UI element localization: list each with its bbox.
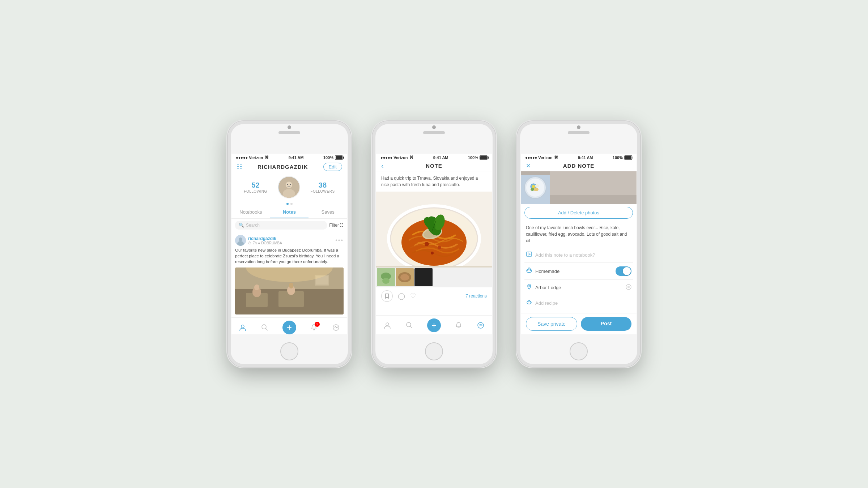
- status-left-3: ●●●●● Verizon ⌘: [525, 155, 558, 160]
- home-button-2[interactable]: [425, 342, 443, 360]
- followers-label: FOLLOWERS: [310, 189, 335, 193]
- status-right-3: 100%: [613, 155, 632, 160]
- bookmark-icon: [384, 293, 390, 299]
- nav-search-1[interactable]: [260, 323, 269, 332]
- heart-icon[interactable]: ♡: [410, 292, 416, 300]
- svg-rect-65: [527, 272, 531, 273]
- home-button-1[interactable]: [280, 342, 298, 360]
- add-notebook-row[interactable]: Add this note to a notebook?: [521, 247, 637, 262]
- nav-activity-2[interactable]: [476, 321, 485, 330]
- p2-header: ‹ NOTE: [376, 160, 492, 171]
- nav-notifications-1[interactable]: 2: [309, 323, 319, 332]
- nav-notifications-2[interactable]: [454, 321, 463, 330]
- status-left-2: ●●●●● Verizon ⌘: [380, 155, 413, 160]
- svg-line-22: [266, 329, 268, 331]
- time-3: 9:41 AM: [578, 155, 593, 160]
- tab-notes[interactable]: Notes: [270, 206, 309, 218]
- post-location: DOBRUMBA: [261, 241, 282, 245]
- reactions-count[interactable]: 7 reactions: [465, 294, 487, 299]
- thumbnail-3[interactable]: [414, 268, 433, 286]
- avatar[interactable]: [278, 176, 300, 198]
- save-action-button[interactable]: [381, 290, 393, 302]
- nav-activity-1[interactable]: [331, 323, 341, 332]
- tab-saves[interactable]: Saves: [309, 206, 347, 218]
- comment-icon[interactable]: ◯: [398, 292, 405, 300]
- p3-photos-row: [521, 171, 637, 204]
- add-delete-photos-button[interactable]: Add / Delete photos: [524, 207, 633, 219]
- homemade-toggle[interactable]: [616, 266, 631, 276]
- clear-location-icon[interactable]: [626, 284, 631, 291]
- time-1: 9:41 AM: [289, 155, 304, 160]
- recipe-svg: [526, 299, 532, 305]
- post-username[interactable]: richardgazdik: [248, 236, 282, 241]
- following-stat[interactable]: 52 FOLLOWING: [244, 181, 267, 193]
- nav-add-1[interactable]: +: [282, 321, 296, 334]
- search-icon-nav-2: [405, 321, 413, 329]
- p3-note-text[interactable]: One of my favorite lunch bowls ever... R…: [521, 222, 637, 247]
- settings-icon[interactable]: ☷: [237, 163, 242, 171]
- close-button[interactable]: ✕: [526, 162, 531, 169]
- battery-fill-1: [336, 156, 342, 159]
- page-dot-2[interactable]: [290, 203, 293, 205]
- speaker-3: [568, 131, 590, 134]
- p3-header: ✕ ADD NOTE: [521, 160, 637, 171]
- circle-x-svg: [626, 284, 631, 290]
- followers-stat[interactable]: 38 FOLLOWERS: [310, 181, 335, 193]
- search-icon: 🔍: [239, 223, 244, 228]
- notification-badge: 2: [315, 322, 320, 327]
- phone-screen-1: ●●●●● Verizon ⌘ 9:41 AM 100% ☷ RICHARDGA…: [231, 154, 347, 334]
- status-bar-1: ●●●●● Verizon ⌘ 9:41 AM 100%: [231, 154, 347, 160]
- thumbnail-1[interactable]: [377, 268, 395, 286]
- post-button[interactable]: Post: [581, 317, 631, 331]
- battery-icon-1: [335, 155, 343, 160]
- more-options-icon[interactable]: •••: [335, 237, 344, 244]
- nav-search-2[interactable]: [405, 321, 414, 330]
- avatar-image: [278, 177, 299, 198]
- filter-icon: ☷: [340, 223, 344, 228]
- add-recipe-row[interactable]: Add recipe: [521, 295, 637, 311]
- svg-point-40: [382, 278, 390, 284]
- post-meta: ⏱ 7h ● DOBRUMBA: [248, 241, 282, 245]
- location-left: Arbor Lodge: [526, 283, 561, 291]
- search-box[interactable]: 🔍 Search: [235, 221, 327, 230]
- battery-text-3: 100%: [613, 155, 623, 160]
- p2-note-text: Had a quick trip to Trnava, Slovakia and…: [376, 171, 492, 192]
- save-private-button[interactable]: Save private: [526, 317, 577, 331]
- spacer: [521, 311, 637, 313]
- nav-add-2[interactable]: +: [427, 318, 441, 332]
- svg-rect-37: [376, 266, 492, 267]
- recipe-icon: [526, 299, 532, 307]
- home-button-3[interactable]: [570, 342, 588, 360]
- post-user-info: richardgazdik ⏱ 7h ● DOBRUMBA: [248, 236, 282, 245]
- status-right-2: 100%: [468, 155, 488, 160]
- photo-1[interactable]: [521, 171, 550, 204]
- p2-thumbnails: [376, 267, 492, 287]
- post-user[interactable]: richardgazdik ⏱ 7h ● DOBRUMBA: [235, 235, 282, 246]
- p2-food-image: [376, 192, 492, 267]
- homemade-left: Homemade: [526, 267, 559, 275]
- phone-top-1: [278, 125, 300, 134]
- svg-point-45: [407, 322, 411, 327]
- edit-button[interactable]: Edit: [323, 163, 342, 171]
- post-avatar[interactable]: [235, 235, 246, 246]
- p2-actions: ◯ ♡ 7 reactions: [376, 287, 492, 305]
- back-button[interactable]: ‹: [381, 162, 384, 170]
- clock-icon: ⏱: [248, 241, 252, 245]
- tab-notebooks[interactable]: Notebooks: [231, 206, 270, 218]
- p3-title: ADD NOTE: [563, 163, 594, 169]
- p2-content: Had a quick trip to Trnava, Slovakia and…: [376, 171, 492, 315]
- svg-point-29: [438, 246, 441, 249]
- phone-1: ●●●●● Verizon ⌘ 9:41 AM 100% ☷ RICHARDGA…: [228, 121, 351, 367]
- filter-button[interactable]: Filter ☷: [329, 223, 344, 228]
- nav-profile-1[interactable]: [238, 323, 247, 332]
- p2-action-icons: ◯ ♡: [381, 290, 416, 302]
- location-pin-icon: [526, 283, 532, 291]
- location-row[interactable]: Arbor Lodge: [521, 280, 637, 295]
- homemade-row[interactable]: Homemade: [521, 263, 637, 279]
- page-dot-1[interactable]: [286, 203, 289, 205]
- svg-point-43: [400, 274, 409, 281]
- nav-profile-2[interactable]: [383, 321, 392, 330]
- restaurant-svg: [235, 267, 344, 314]
- svg-point-53: [531, 188, 534, 191]
- thumbnail-2[interactable]: [396, 268, 414, 286]
